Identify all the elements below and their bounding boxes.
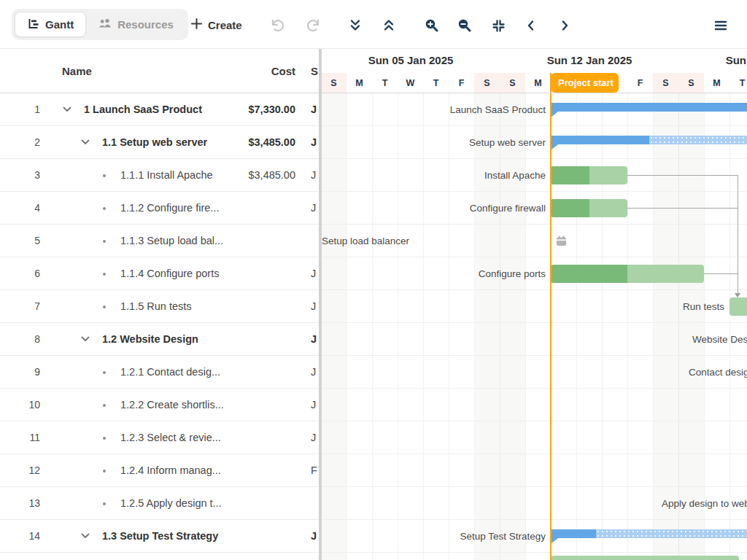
bullet-icon xyxy=(103,273,106,276)
dependency-line xyxy=(704,273,738,274)
task-name: 1.2 Website Design xyxy=(102,323,198,355)
table-header: Name Cost S xyxy=(0,49,319,93)
bar-label: Apply design to website xyxy=(662,497,747,511)
bar-label: Configure firewall xyxy=(470,201,546,216)
column-cost[interactable]: Cost xyxy=(271,49,295,93)
table-row[interactable]: 81.2 Website DesignJ xyxy=(0,323,319,356)
table-row[interactable]: 141.3 Setup Test StrategyJ xyxy=(0,520,319,553)
zoom-out-button[interactable] xyxy=(452,12,478,39)
table-row[interactable]: 21.1 Setup web server$3,485.00J xyxy=(0,126,319,159)
row-line xyxy=(322,421,747,421)
chart-body: Launch SaaS ProductSetup web serverInsta… xyxy=(322,93,747,560)
row-number: 8 xyxy=(0,323,40,355)
row-number: 6 xyxy=(0,257,40,289)
bar-label: Contact designers xyxy=(689,365,747,380)
bar-label: Run tests xyxy=(683,300,724,314)
row-line xyxy=(322,257,747,257)
grid-line xyxy=(449,93,449,560)
row-line xyxy=(322,552,747,553)
splitter[interactable] xyxy=(319,49,322,560)
summary-bar-remaining[interactable] xyxy=(649,136,747,144)
expander-icon[interactable] xyxy=(80,136,91,148)
table-row[interactable]: 31.1.1 Install Apache$3,485.00J xyxy=(0,159,319,192)
gantt-chart-icon xyxy=(27,18,39,32)
gantt-bar[interactable] xyxy=(551,166,627,184)
timeline-day-cell: F xyxy=(627,73,653,93)
task-name: 1 Launch SaaS Product xyxy=(84,93,202,125)
row-number: 3 xyxy=(0,159,40,191)
weekend-band xyxy=(678,93,704,560)
progress-fill xyxy=(551,199,589,217)
progress-fill xyxy=(551,265,627,283)
table-row[interactable]: 101.2.2 Create shortlis...J xyxy=(0,389,319,421)
row-line xyxy=(322,224,747,225)
row-line xyxy=(322,322,747,323)
dependency-line xyxy=(627,208,738,209)
row-number: 10 xyxy=(0,389,40,421)
view-switcher: Gantt Resources xyxy=(12,9,188,40)
task-start: J xyxy=(311,356,316,388)
gantt-bar[interactable] xyxy=(551,199,627,217)
task-start: J xyxy=(311,290,316,322)
tab-gantt[interactable]: Gantt xyxy=(15,12,86,37)
timeline-day-cell: T xyxy=(372,73,398,93)
task-name: 1.2.4 Inform manag... xyxy=(120,454,221,486)
table-row[interactable]: 121.2.4 Inform manag...F xyxy=(0,454,319,487)
task-start: F xyxy=(311,454,317,486)
gantt-bar[interactable] xyxy=(551,265,704,283)
bar-label: Setup load balancer xyxy=(322,234,409,249)
undo-button[interactable] xyxy=(264,12,290,39)
row-number: 7 xyxy=(0,290,40,322)
table-row[interactable]: 131.2.5 Apply design t... xyxy=(0,487,319,520)
previous-timespan-button[interactable] xyxy=(518,12,544,39)
gantt-bar[interactable] xyxy=(729,298,747,316)
grid-line xyxy=(525,93,526,560)
table-row[interactable]: 51.1.3 Setup load bal... xyxy=(0,225,319,257)
table-row[interactable]: 41.1.2 Configure fire...J xyxy=(0,192,319,225)
bar-label: Website Design xyxy=(692,332,747,347)
zoom-in-button[interactable] xyxy=(419,12,445,39)
weekend-band xyxy=(653,93,678,560)
redo-button[interactable] xyxy=(301,12,327,39)
summary-bar[interactable] xyxy=(551,103,747,112)
row-line xyxy=(322,289,747,290)
expander-icon[interactable] xyxy=(80,530,91,542)
bullet-icon xyxy=(103,174,106,177)
table-row[interactable] xyxy=(0,553,319,560)
collapse-all-button[interactable] xyxy=(376,12,402,39)
summary-bar[interactable] xyxy=(551,136,649,144)
project-start-line xyxy=(550,93,551,560)
task-start: J xyxy=(311,389,316,421)
summary-bar-remaining[interactable] xyxy=(596,529,747,538)
table-row[interactable]: 111.2.3 Select & revie...J xyxy=(0,421,319,454)
summary-bar[interactable] xyxy=(551,529,596,538)
task-name: 1.1.1 Install Apache xyxy=(120,159,213,191)
task-name: 1.2.5 Apply design t... xyxy=(120,487,222,519)
gantt-bar[interactable] xyxy=(551,556,739,560)
timeline-day-cell: W xyxy=(398,73,423,93)
row-number: 4 xyxy=(0,192,40,224)
timeline-week-header: Sun 12 Jan 2025 xyxy=(547,49,632,72)
table-row[interactable]: 91.2.1 Contact desig...J xyxy=(0,356,319,389)
next-timespan-button[interactable] xyxy=(551,12,578,39)
timeline-day-cell: M xyxy=(525,73,551,93)
task-name: 1.3 Setup Test Strategy xyxy=(102,520,218,552)
weekend-band xyxy=(322,93,347,560)
table-row[interactable]: 11 Launch SaaS Product$7,330.00J xyxy=(0,93,319,126)
timeline-day-cell: T xyxy=(729,73,747,93)
tab-resources[interactable]: Resources xyxy=(86,12,185,37)
bar-label: Install Apache xyxy=(484,168,546,183)
expander-icon[interactable] xyxy=(61,104,73,115)
grid-line xyxy=(627,93,628,560)
table-row[interactable]: 61.1.4 Configure portsJ xyxy=(0,257,319,290)
column-start[interactable]: S xyxy=(311,49,318,93)
bar-label: Setup web server xyxy=(469,136,546,150)
menu-button[interactable] xyxy=(708,12,734,39)
column-name[interactable]: Name xyxy=(62,49,92,93)
expand-all-button[interactable] xyxy=(342,12,368,39)
table-row[interactable]: 71.1.5 Run testsJ xyxy=(0,290,319,323)
task-cost: $3,485.00 xyxy=(248,126,295,158)
expander-icon[interactable] xyxy=(80,333,91,345)
zoom-to-fit-button[interactable] xyxy=(485,12,511,39)
create-button[interactable]: Create xyxy=(191,10,242,39)
